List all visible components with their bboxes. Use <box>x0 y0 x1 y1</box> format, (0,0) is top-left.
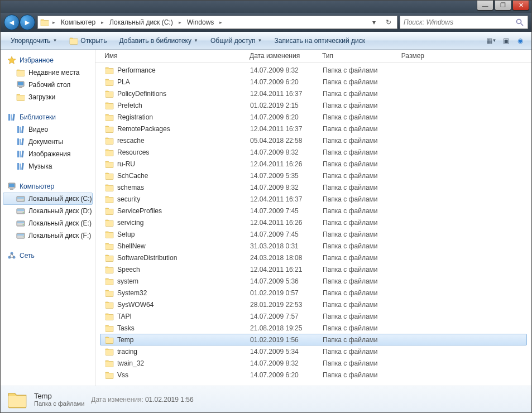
forward-button[interactable]: ► <box>20 15 35 30</box>
file-date: 28.01.2019 22:53 <box>246 301 318 309</box>
refresh-button[interactable]: ↻ <box>382 16 395 28</box>
sidebar-item-drive-f[interactable]: Локальный диск (F:) <box>3 229 93 242</box>
sidebar-item-downloads[interactable]: Загрузки <box>3 91 93 103</box>
preview-pane-button[interactable]: ▣ <box>499 35 512 47</box>
sidebar-computer-header[interactable]: Компьютер <box>3 180 93 193</box>
add-library-button[interactable]: Добавить в библиотеку▼ <box>113 35 203 47</box>
open-button[interactable]: Открыть <box>64 34 112 47</box>
table-row[interactable]: Speech12.04.2011 16:21Папка с файлами <box>100 263 527 275</box>
table-row[interactable]: system14.07.2009 5:36Папка с файлами <box>100 275 527 287</box>
table-row[interactable]: Resources14.07.2009 8:32Папка с файлами <box>100 146 527 158</box>
minimize-button[interactable]: — <box>477 1 493 11</box>
close-button[interactable]: ✕ <box>512 1 529 11</box>
sidebar-libraries: Библиотеки Видео Документы Изображения М… <box>3 111 93 172</box>
sidebar-item-drive-c[interactable]: Локальный диск (C:) <box>3 193 93 205</box>
table-row[interactable]: Registration14.07.2009 6:20Папка с файла… <box>100 111 527 123</box>
table-row[interactable]: SchCache14.07.2009 5:35Папка с файлами <box>100 170 527 181</box>
table-row[interactable]: Performance14.07.2009 8:32Папка с файлам… <box>100 64 527 76</box>
table-row[interactable]: Prefetch01.02.2019 2:15Папка с файлами <box>100 99 527 111</box>
file-date: 14.07.2009 5:35 <box>246 172 318 180</box>
sidebar-network-header[interactable]: Сеть <box>3 249 93 262</box>
column-name[interactable]: Имя <box>100 50 245 63</box>
table-row[interactable]: Vss14.07.2009 6:20Папка с файлами <box>100 369 527 381</box>
column-size[interactable]: Размер <box>385 50 429 63</box>
address-bar[interactable]: ▸ Компьютер ▸ Локальный диск (C:) ▸ Wind… <box>37 16 397 29</box>
share-button[interactable]: Общий доступ▼ <box>205 35 268 47</box>
file-date: 12.04.2011 16:26 <box>246 160 318 168</box>
file-list[interactable]: Performance14.07.2009 8:32Папка с файлам… <box>95 63 531 386</box>
back-button[interactable]: ◄ <box>4 15 20 30</box>
table-row[interactable]: Tasks21.08.2018 19:25Папка с файлами <box>100 322 527 334</box>
file-date: 14.07.2009 6:20 <box>246 78 318 86</box>
table-row[interactable]: RemotePackages12.04.2011 16:37Папка с фа… <box>100 123 527 135</box>
table-row[interactable]: Setup14.07.2009 7:45Папка с файлами <box>100 228 527 240</box>
sidebar-network: Сеть <box>3 249 93 262</box>
folder-icon <box>105 183 114 192</box>
table-row[interactable]: servicing12.04.2011 16:26Папка с файлами <box>100 217 527 228</box>
library-icon <box>7 113 16 122</box>
address-dropdown[interactable]: ▾ <box>368 16 380 28</box>
chevron-right-icon: ▸ <box>52 20 55 25</box>
breadcrumb[interactable]: Компьютер <box>59 17 98 27</box>
folder-icon <box>105 371 114 380</box>
file-date: 01.02.2019 2:15 <box>246 102 318 109</box>
file-type: Папка с файлами <box>318 102 385 109</box>
table-row[interactable]: tracing14.07.2009 5:34Папка с файлами <box>100 345 527 357</box>
picture-icon <box>16 150 25 159</box>
sidebar-item-pictures[interactable]: Изображения <box>3 148 93 160</box>
sidebar-item-desktop[interactable]: Рабочий стол <box>3 79 93 91</box>
file-date: 14.07.2009 8:32 <box>246 66 318 74</box>
file-date: 12.04.2011 16:37 <box>246 125 318 133</box>
folder-icon <box>69 36 78 45</box>
file-date: 14.07.2009 7:57 <box>246 313 318 320</box>
search-box[interactable] <box>400 16 528 29</box>
breadcrumb[interactable]: Windows <box>185 17 217 27</box>
table-row[interactable]: security12.04.2011 16:37Папка с файлами <box>100 193 527 205</box>
sidebar-favorites-header[interactable]: Избранное <box>3 54 93 66</box>
breadcrumb[interactable]: Локальный диск (C:) <box>107 17 175 27</box>
file-name: tracing <box>117 348 137 356</box>
maximize-button[interactable]: ❐ <box>495 1 511 11</box>
sidebar-libraries-header[interactable]: Библиотеки <box>3 111 93 123</box>
view-button[interactable]: ▦▼ <box>485 35 498 47</box>
table-row[interactable]: TAPI14.07.2009 7:57Папка с файлами <box>100 310 527 322</box>
table-row[interactable]: schemas14.07.2009 8:32Папка с файлами <box>100 181 527 193</box>
column-type[interactable]: Тип <box>318 50 385 63</box>
sidebar-item-documents[interactable]: Документы <box>3 136 93 148</box>
folder-icon <box>105 195 114 204</box>
table-row[interactable]: System3201.02.2019 0:57Папка с файлами <box>100 287 527 299</box>
nav-bar: ◄ ► ▸ Компьютер ▸ Локальный диск (C:) ▸ … <box>1 13 531 32</box>
sidebar-item-recent[interactable]: Недавние места <box>3 66 93 79</box>
table-row[interactable]: SysWOW6428.01.2019 22:53Папка с файлами <box>100 299 527 310</box>
search-input[interactable] <box>404 18 512 26</box>
file-date: 24.03.2018 18:08 <box>246 254 318 262</box>
sidebar: Избранное Недавние места Рабочий стол За… <box>1 50 95 386</box>
table-row[interactable]: PolicyDefinitions12.04.2011 16:37Папка с… <box>100 88 527 99</box>
file-type: Папка с файлами <box>318 277 385 285</box>
table-row[interactable]: ru-RU12.04.2011 16:26Папка с файлами <box>100 158 527 170</box>
file-date: 14.07.2009 5:36 <box>246 277 318 285</box>
table-row[interactable]: twain_3214.07.2009 8:32Папка с файлами <box>100 357 527 369</box>
burn-button[interactable]: Записать на оптический диск <box>269 35 371 47</box>
sidebar-item-drive-d[interactable]: Локальный диск (D:) <box>3 205 93 217</box>
folder-icon <box>105 300 114 309</box>
folder-icon <box>7 390 27 410</box>
explorer-window: — ❐ ✕ ◄ ► ▸ Компьютер ▸ Локальный диск (… <box>0 0 532 413</box>
file-type: Папка с файлами <box>318 195 385 203</box>
table-row[interactable]: PLA14.07.2009 6:20Папка с файлами <box>100 76 527 88</box>
network-icon <box>7 251 16 260</box>
file-name: Vss <box>117 371 128 379</box>
sidebar-item-videos[interactable]: Видео <box>3 123 93 136</box>
sidebar-item-music[interactable]: Музыка <box>3 160 93 172</box>
table-row[interactable]: ServiceProfiles14.07.2009 7:45Папка с фа… <box>100 205 527 217</box>
table-row[interactable]: SoftwareDistribution24.03.2018 18:08Папк… <box>100 252 527 263</box>
table-row[interactable]: rescache05.04.2018 22:58Папка с файлами <box>100 135 527 146</box>
file-date: 12.04.2011 16:21 <box>246 266 318 273</box>
file-date: 14.07.2009 8:32 <box>246 148 318 156</box>
sidebar-item-drive-e[interactable]: Локальный диск (E:) <box>3 217 93 229</box>
column-date[interactable]: Дата изменения <box>245 50 318 63</box>
table-row[interactable]: Temp01.02.2019 1:56Папка с файлами <box>100 334 527 345</box>
table-row[interactable]: ShellNew31.03.2018 0:31Папка с файлами <box>100 240 527 252</box>
organize-button[interactable]: Упорядочить▼ <box>5 35 63 47</box>
help-button[interactable]: ◉ <box>514 35 527 47</box>
